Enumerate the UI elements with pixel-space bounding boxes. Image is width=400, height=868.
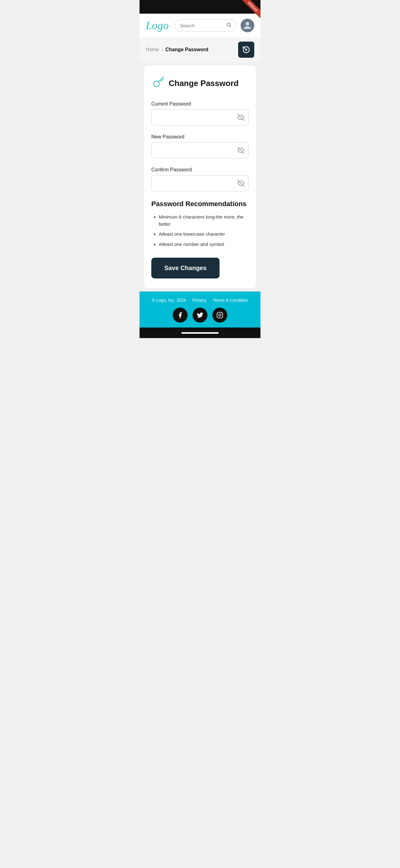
home-indicator	[181, 332, 219, 334]
toggle-current-password-icon[interactable]	[237, 114, 244, 121]
search-input[interactable]	[180, 23, 224, 28]
recommendations-list: Minimum 8 characters long-the more, the …	[151, 214, 249, 248]
new-password-field	[151, 142, 249, 158]
recommendation-item: Atleast one number and symbol	[159, 241, 249, 248]
save-changes-button[interactable]: Save Changes	[151, 258, 220, 278]
main-card: Change Password Current Password New Pas…	[144, 65, 256, 288]
svg-line-6	[161, 80, 162, 81]
page-title: Change Password	[169, 79, 238, 88]
footer-terms[interactable]: Terms & Condition	[213, 298, 248, 303]
confirm-password-input[interactable]	[151, 175, 249, 191]
key-icon	[151, 76, 165, 90]
confirm-password-label: Confirm Password	[151, 167, 249, 173]
refresh-button[interactable]	[238, 41, 254, 58]
current-password-field	[151, 109, 249, 125]
breadcrumb: Home › Change Password	[146, 47, 208, 53]
new-password-label: New Password	[151, 134, 249, 140]
confirm-password-group: Confirm Password	[151, 167, 249, 191]
breadcrumb-home[interactable]: Home	[146, 47, 159, 53]
instagram-button[interactable]	[212, 308, 227, 322]
search-bar[interactable]	[175, 19, 237, 32]
svg-line-1	[230, 26, 231, 27]
new-password-group: New Password	[151, 134, 249, 158]
footer-privacy[interactable]: Privacy	[192, 298, 206, 303]
twitter-button[interactable]	[193, 308, 207, 322]
debug-label: DEBUG	[241, 0, 261, 19]
facebook-button[interactable]	[173, 308, 188, 322]
password-recommendations: Password Recommendations Minimum 8 chara…	[151, 200, 249, 248]
top-status-bar: DEBUG	[139, 0, 261, 14]
recommendation-item: Atleast one lowercase character	[159, 231, 249, 238]
footer: © Logo, Inc. 2024 Privacy Terms & Condit…	[139, 291, 261, 328]
current-password-group: Current Password	[151, 101, 249, 125]
search-icon	[226, 22, 232, 29]
footer-copyright: © Logo, Inc. 2024	[152, 298, 186, 303]
bottom-bar	[139, 328, 261, 338]
svg-point-2	[245, 49, 247, 50]
svg-point-0	[227, 23, 230, 26]
confirm-password-field	[151, 175, 249, 191]
card-title-area: Change Password	[151, 76, 249, 90]
svg-line-5	[162, 79, 163, 80]
current-password-input[interactable]	[151, 109, 249, 125]
debug-badge-container: DEBUG	[236, 0, 261, 25]
footer-links: © Logo, Inc. 2024 Privacy Terms & Condit…	[146, 298, 254, 303]
toggle-new-password-icon[interactable]	[237, 147, 244, 154]
toggle-confirm-password-icon[interactable]	[237, 180, 244, 187]
current-password-label: Current Password	[151, 101, 249, 107]
new-password-input[interactable]	[151, 142, 249, 158]
logo: Logo	[146, 19, 169, 32]
svg-rect-10	[217, 312, 223, 318]
breadcrumb-bar: Home › Change Password	[139, 37, 261, 62]
breadcrumb-current: Change Password	[165, 47, 208, 53]
footer-social	[146, 308, 254, 322]
recommendations-title: Password Recommendations	[151, 200, 249, 208]
breadcrumb-separator: ›	[162, 47, 163, 52]
recommendation-item: Minimum 8 characters long-the more, the …	[159, 214, 249, 227]
